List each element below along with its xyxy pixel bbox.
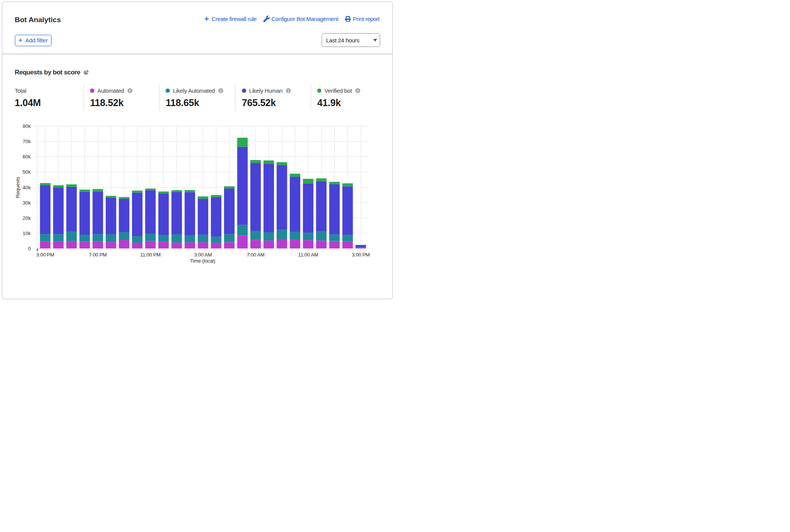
svg-text:11:00 AM: 11:00 AM — [298, 252, 318, 258]
svg-text:30k: 30k — [23, 200, 31, 206]
svg-text:50k: 50k — [23, 169, 31, 175]
svg-text:80k: 80k — [23, 123, 31, 129]
svg-text:70k: 70k — [23, 139, 31, 144]
svg-text:Time (local): Time (local) — [190, 258, 215, 264]
svg-text:20k: 20k — [23, 215, 31, 221]
svg-text:7:00 PM: 7:00 PM — [89, 252, 107, 258]
svg-text:7:00 AM: 7:00 AM — [247, 252, 264, 258]
svg-text:11:00 PM: 11:00 PM — [140, 252, 161, 258]
svg-text:60k: 60k — [23, 154, 31, 160]
svg-text:3:00 PM: 3:00 PM — [36, 252, 54, 258]
svg-text:Requests: Requests — [15, 177, 21, 198]
svg-text:3:00 AM: 3:00 AM — [194, 252, 212, 258]
svg-text:10k: 10k — [23, 231, 31, 236]
svg-text:0: 0 — [28, 246, 31, 251]
svg-text:40k: 40k — [23, 185, 31, 190]
svg-text:3:00 PM: 3:00 PM — [352, 252, 370, 258]
